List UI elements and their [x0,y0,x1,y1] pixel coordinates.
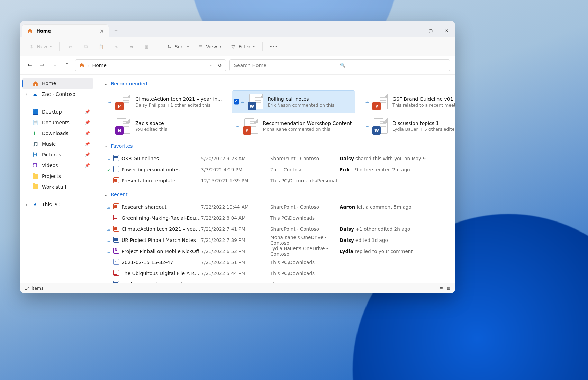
status-item-count: 14 items [25,286,44,291]
sidebar-item-downloads[interactable]: ⬇ Downloads 📌 [22,128,93,138]
copy-button[interactable]: ⧉ [80,42,92,52]
tab-home[interactable]: Home ✕ [22,24,109,37]
nav-up-button[interactable]: ↑ [63,61,72,70]
recommended-card[interactable]: ☁ P ClimateAction.tech 2021 – year in...… [104,91,226,113]
file-row[interactable]: ☁ Research shareout 7/22/2022 10:44 AM S… [104,201,449,212]
file-name: 2021-02-15 15-32-47 [121,260,201,265]
sidebar-item-thispc[interactable]: › 🖥 This PC [22,199,93,210]
sort-button[interactable]: ⇅ Sort ▾ [163,42,191,52]
recommended-card[interactable]: ☁ P Recommendation Workshop Content Mona… [232,115,355,137]
file-row[interactable]: 2021-02-15 15-32-47 7/21/2022 6:51 PM Th… [104,257,449,268]
sidebar-item-music[interactable]: 🎵 Music 📌 [22,139,93,149]
cut-button[interactable]: ✂ [64,42,77,52]
filter-icon: ▽ [230,43,237,50]
sidebar-item-videos[interactable]: 🎞 Videos 📌 [22,160,93,171]
details-view-button[interactable]: ≡ [440,286,443,291]
view-icon: ☰ [197,43,204,50]
plus-circle-icon: ⊕ [28,43,35,50]
recommended-card[interactable]: ☁ W Discussion topics 1 Lydia Bauer + 5 … [361,115,455,137]
chevron-down-icon: ▾ [50,45,52,48]
file-row[interactable]: Equity Centred Community Design 7/21/202… [104,279,449,283]
refresh-button[interactable]: ⟳ [218,63,222,68]
file-name: Power bi personal notes [121,167,201,172]
file-row[interactable]: ☁ UR Project Pinball March Notes 7/21/20… [104,235,449,246]
file-name: ClimateAction.tech 2021 – year in review [121,226,201,232]
file-row[interactable]: The Ubiquitous Digital File A Review o..… [104,268,449,279]
search-icon: 🔍 [340,63,446,68]
file-row[interactable]: ☁ ClimateAction.tech 2021 – year in revi… [104,224,449,235]
cloud-icon: ☁ [107,227,111,232]
file-type-icon [113,281,119,283]
more-button[interactable]: ••• [268,42,280,52]
minimize-button[interactable]: — [407,24,423,37]
chevron-down-icon: ▾ [220,45,221,48]
body: Home › ☁ Zac - Contoso 🟦 Desktop 📌 📄 Doc… [20,75,455,283]
sidebar-item-desktop[interactable]: 🟦 Desktop 📌 [22,107,93,117]
share-button[interactable]: ➦ [125,42,138,52]
file-name: OKR Guidelines [121,156,201,161]
file-type-icon [113,177,119,183]
address-bar[interactable]: › Home ▾ ⟳ [75,59,226,71]
sidebar-item-pictures[interactable]: 🖼 Pictures 📌 [22,150,93,160]
sidebar-item-home[interactable]: Home [22,78,93,89]
close-button[interactable]: ✕ [439,24,455,37]
view-button[interactable]: ☰ View ▾ [194,42,224,52]
maximize-button[interactable]: ▢ [423,24,439,37]
ellipsis-icon: ••• [270,43,277,50]
file-row[interactable]: Presentation template 12/15/2021 1:39 PM… [104,175,449,186]
filter-button[interactable]: ▽ Filter ▾ [227,42,257,52]
recommended-card[interactable]: ☁ P GSF Brand Guideline v01 This related… [361,91,455,113]
file-row[interactable]: ☁ Project Pinball on Mobile KickOff 7/21… [104,246,449,257]
file-type-icon [113,203,119,209]
chevron-right-icon[interactable]: › [26,203,27,207]
search-input[interactable]: Search Home 🔍 [229,59,450,71]
file-location: This PC\Downloads [270,271,340,276]
section-title: Recommended [111,81,147,87]
recent-list: ☁ Research shareout 7/22/2022 10:44 AM S… [104,201,449,283]
nav-forward-button[interactable]: → [38,61,47,70]
file-activity: Daisy +1 other edited 2h ago [340,226,449,232]
separator [25,196,91,196]
file-date: 7/21/2022 6:51 PM [201,260,270,265]
recommended-card[interactable]: ☁ W Rolling call notes Erik Nason commen… [232,91,355,113]
file-row[interactable]: ✔ Power bi personal notes 3/3/2022 4:29 … [104,164,449,175]
new-button[interactable]: ⊕ New ▾ [25,42,54,52]
file-row[interactable]: Greenlining-Making-Racial-Equity-Rea... … [104,212,449,224]
chevron-down-icon[interactable]: ▾ [210,63,212,67]
section-header-recommended[interactable]: ⌄ Recommended [104,81,449,87]
file-location: This PC\Downloads [270,260,340,265]
file-type-icon [113,248,119,254]
file-row[interactable]: ☁ OKR Guidelines 5/20/2022 9:23 AM Share… [104,153,449,164]
checkbox-checked-icon[interactable] [234,99,239,105]
folder-icon [33,184,38,189]
chevron-right-icon[interactable]: › [26,92,27,96]
sidebar-item-label: Desktop [42,109,62,115]
section-header-favorites[interactable]: ⌄ Favorites [104,143,449,149]
cloud-icon: ☁ [107,238,111,243]
delete-button[interactable]: 🗑 [141,42,153,52]
chevron-right-icon: › [88,63,90,68]
cloud-icon: ☁ [108,99,112,104]
breadcrumb-location: Home [92,63,107,68]
pin-icon: 📌 [85,142,90,146]
cloud-icon: ☁ [107,205,111,210]
sidebar-home-label: Home [42,81,56,86]
section-header-recent[interactable]: ⌄ Recent [104,192,449,197]
card-subtitle: Lydia Bauer + 5 others edited this [392,127,455,132]
nav-back-button[interactable]: ← [25,61,34,70]
sidebar-item-onedrive[interactable]: › ☁ Zac - Contoso [22,89,93,99]
recommended-card[interactable]: N Zac's space You edited this [104,115,226,137]
paste-button[interactable]: 📋 [95,42,107,52]
new-tab-button[interactable]: ＋ [109,24,123,37]
pin-icon: 📌 [85,163,90,168]
tab-close-button[interactable]: ✕ [100,28,104,34]
sidebar-item-projects[interactable]: Projects [22,171,93,181]
new-label: New [37,44,47,49]
rename-button[interactable]: ⌁ [110,42,123,52]
nav-recent-button[interactable]: ▾ [50,61,59,70]
sidebar-item-documents[interactable]: 📄 Documents 📌 [22,117,93,128]
thumbnails-view-button[interactable]: ▦ [446,286,451,291]
file-activity: Aaron left a comment 5m ago [340,204,449,210]
sidebar-item-label: Music [42,141,56,147]
sidebar-item-work stuff[interactable]: Work stuff [22,182,93,192]
